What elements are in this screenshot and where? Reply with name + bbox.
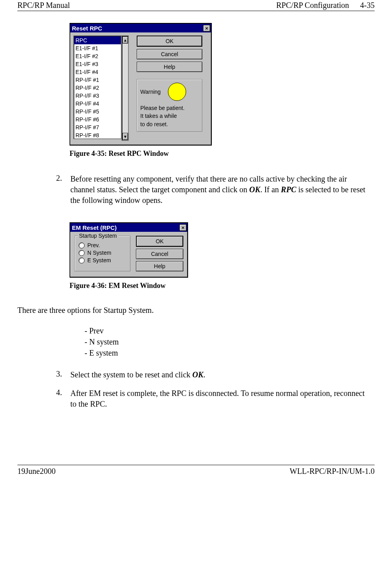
em-reset-window: EM Reset (RPC) × Startup System Prev. N …	[70, 222, 188, 278]
ok-button[interactable]: OK	[137, 36, 202, 47]
warning-icon	[168, 83, 186, 101]
footer-docid: WLL-RPC/RP-IN/UM-1.0	[290, 467, 375, 476]
listbox-scrollbar[interactable]: ▲ ▼	[122, 36, 129, 141]
page-footer: 19June2000 WLL-RPC/RP-IN/UM-1.0	[17, 465, 375, 476]
step-number: 2.	[56, 174, 70, 206]
options-intro: There are three options for Startup Syst…	[17, 305, 375, 316]
list-item[interactable]: RP-I/F #6	[74, 116, 121, 123]
list-item[interactable]: RP-I/F #7	[74, 123, 121, 131]
reset-rpc-title: Reset RPC	[72, 25, 102, 32]
option-line: - N system	[85, 336, 375, 347]
startup-system-group: Startup System Prev. N System E System	[74, 236, 130, 271]
close-icon[interactable]: ×	[179, 224, 187, 231]
list-item[interactable]: E1-I/F #4	[74, 68, 121, 76]
footer-date: 19June2000	[17, 467, 56, 476]
em-reset-titlebar: EM Reset (RPC) ×	[70, 223, 187, 232]
radio-icon[interactable]	[79, 258, 85, 263]
list-item[interactable]: E1-I/F #3	[74, 60, 121, 68]
reset-rpc-window: Reset RPC × RPC E1-I/F #1 E1-I/F #2 E1-I…	[70, 23, 212, 146]
warning-panel: Warning Please be patient. It takes a wh…	[137, 79, 202, 132]
step-number: 4.	[56, 388, 70, 409]
radio-prev[interactable]: Prev.	[79, 242, 126, 248]
list-item[interactable]: RP-I/F #2	[74, 84, 121, 92]
group-legend: Startup System	[78, 233, 118, 239]
help-button[interactable]: Help	[136, 261, 183, 271]
header-left: RPC/RP Manual	[17, 1, 70, 10]
cancel-button[interactable]: Cancel	[137, 49, 202, 59]
step-number: 3.	[56, 369, 70, 380]
step-text: Before resetting any component, verify t…	[70, 174, 371, 206]
close-icon[interactable]: ×	[203, 25, 210, 32]
option-line: - E system	[85, 347, 375, 358]
warning-text: to do reset.	[140, 120, 199, 128]
warning-label: Warning	[140, 88, 161, 96]
step-text: After EM reset is complete, the RPC is d…	[70, 388, 371, 409]
em-reset-title: EM Reset (RPC)	[72, 224, 117, 231]
help-button[interactable]: Help	[137, 62, 202, 72]
warning-text: Please be patient.	[140, 104, 199, 112]
component-listbox[interactable]: RPC E1-I/F #1 E1-I/F #2 E1-I/F #3 E1-I/F…	[74, 36, 122, 139]
list-item[interactable]: RP-I/F #4	[74, 100, 121, 108]
header-section: RPC/RP Configuration	[276, 1, 349, 10]
list-item[interactable]: E1-I/F #1	[74, 44, 121, 52]
warning-text: It takes a while	[140, 112, 199, 120]
page-header: RPC/RP Manual RPC/RP Configuration 4-35	[17, 0, 375, 11]
header-page-number: 4-35	[360, 1, 375, 10]
reset-rpc-titlebar: Reset RPC ×	[70, 24, 211, 32]
step-text: Select the system to be reset and click …	[70, 369, 371, 380]
figure-caption-35: Figure 4-35: Reset RPC Window	[70, 150, 371, 158]
ok-button[interactable]: OK	[136, 236, 183, 247]
option-line: - Prev	[85, 325, 375, 336]
cancel-button[interactable]: Cancel	[136, 249, 183, 259]
radio-n-system[interactable]: N System	[79, 250, 126, 256]
list-item[interactable]: RP-I/F #5	[74, 108, 121, 116]
radio-e-system[interactable]: E System	[79, 257, 126, 263]
radio-icon[interactable]	[79, 242, 85, 248]
figure-caption-36: Figure 4-36: EM Reset Window	[70, 282, 371, 290]
scroll-down-icon[interactable]: ▼	[122, 133, 128, 140]
list-item[interactable]: RPC	[74, 36, 121, 44]
list-item[interactable]: E1-I/F #2	[74, 52, 121, 60]
radio-icon[interactable]	[79, 250, 85, 256]
list-item[interactable]: RP-I/F #3	[74, 92, 121, 100]
list-item[interactable]: RP-I/F #8	[74, 131, 121, 139]
list-item[interactable]: RP-I/F #1	[74, 76, 121, 84]
scroll-up-icon[interactable]: ▲	[122, 36, 128, 44]
